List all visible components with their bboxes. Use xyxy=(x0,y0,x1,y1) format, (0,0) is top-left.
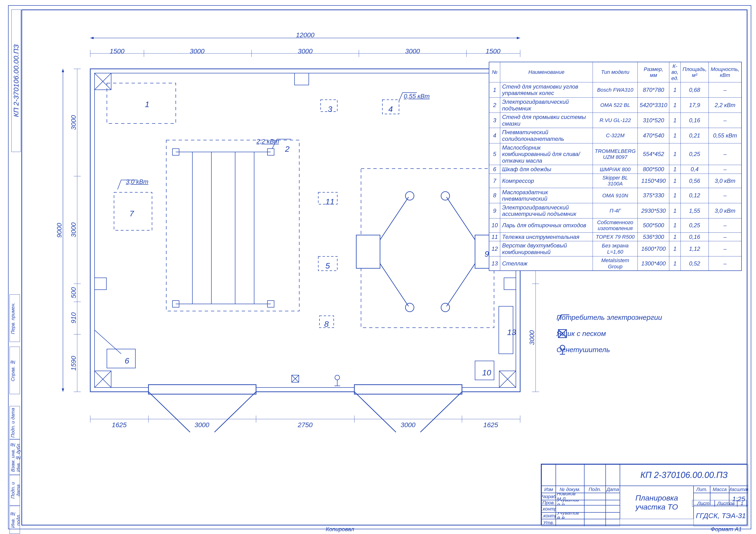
kw-22: 2,2 кВт xyxy=(256,138,279,145)
label-item-2: 2 xyxy=(285,144,289,154)
svg-marker-1 xyxy=(90,37,94,39)
table-row: 4Пневматический солидолонагнетательС-322… xyxy=(489,128,742,143)
dim-bot-1: 1625 xyxy=(112,421,126,429)
svg-line-82 xyxy=(446,264,475,306)
hdr-qty: К-во, ед. xyxy=(669,62,681,82)
footer-kopiroval: Копировал xyxy=(326,526,354,533)
dim-top-total: 12000 xyxy=(296,31,314,39)
svg-line-76 xyxy=(380,197,409,240)
dim-left-5: 1590 xyxy=(70,356,77,371)
svg-rect-47 xyxy=(94,278,106,290)
tb-sheets: 1 xyxy=(737,500,747,507)
table-row: 11Тележка инструментальнаяTOPEX 79 R5005… xyxy=(489,232,742,241)
dim-right-3: 3000 xyxy=(528,330,536,345)
legend: Потребитель электроэнергии Ящик с песком… xyxy=(556,313,727,362)
table-row: 8Маслораздатчик пневматическийОМА 910N37… xyxy=(489,188,742,203)
label-item-6: 6 xyxy=(125,356,129,365)
svg-line-53 xyxy=(354,392,396,432)
plan-drawing: 12000 1500 3000 3000 3000 1500 9000 xyxy=(57,31,523,458)
hdr-area: Площадь, м² xyxy=(681,62,709,82)
tb-drawing-name: Планировка участка ТО xyxy=(620,486,693,519)
table-row: 10Ларь для обтирочных отходовСобственног… xyxy=(489,218,742,232)
kw-30a: 3,0 кВт xyxy=(126,178,148,185)
side-stamp: Перв. примен. Справ. № Подп. и дата Взам… xyxy=(10,10,20,525)
table-row: 1Стенд для установки углов управляемых к… xyxy=(489,82,742,97)
svg-rect-60 xyxy=(235,152,254,304)
dim-left-4: 910 xyxy=(70,312,77,324)
tb-org: ГГДСК, ТЭА-31 xyxy=(693,505,748,526)
footer-format: Формат A1 xyxy=(711,526,742,533)
table-row: 5Маслосборник комбинированный для слива/… xyxy=(489,143,742,165)
tb-sheet-label: Лист xyxy=(692,500,715,507)
tb-doc-code: КП 2-370106.00.00.ПЗ xyxy=(620,465,748,486)
svg-rect-49 xyxy=(148,385,256,394)
dim-left-total: 9000 xyxy=(56,223,63,238)
table-row: 2Электрогидравлический подъемникОМА 522 … xyxy=(489,97,742,113)
side-podp-data-2: Подп. и дата xyxy=(10,406,20,439)
dim-bot-4: 3000 xyxy=(401,421,416,429)
tb-utv: Утв. xyxy=(542,519,556,526)
title-block: Изм № докум. Подп. Дата Разраб. Новиков … xyxy=(541,464,747,525)
svg-line-54 xyxy=(420,392,462,432)
svg-line-56 xyxy=(94,330,121,354)
hdr-model: Тип модели xyxy=(593,62,637,82)
dim-left-3: 500 xyxy=(70,287,77,299)
table-row: 3Стенд для промывки системы смазкиR.VU G… xyxy=(489,113,742,128)
label-item-5: 5 xyxy=(325,261,330,270)
svg-line-78 xyxy=(380,264,409,306)
tb-col-ndok: № докум. xyxy=(556,486,584,493)
hdr-dim: Размер, мм xyxy=(638,62,669,82)
table-row: 12Верстак двухтумбовый комбинированныйБе… xyxy=(489,241,742,256)
label-item-1: 1 xyxy=(145,100,149,109)
dim-top-1: 1500 xyxy=(110,47,124,55)
dim-top-2: 3000 xyxy=(190,47,204,55)
table-row: 9Электрогидравлический ассиметричный под… xyxy=(489,203,742,218)
hdr-n: № xyxy=(489,62,500,82)
dim-bot-2: 3000 xyxy=(195,421,209,429)
svg-rect-50 xyxy=(354,385,462,394)
legend-extinguisher-icon xyxy=(556,344,571,356)
tb-lit-label: Лит. xyxy=(693,486,710,493)
tb-col-data: Дата xyxy=(606,486,620,493)
label-item-4: 4 xyxy=(388,104,393,114)
svg-marker-12 xyxy=(62,388,64,392)
svg-marker-2 xyxy=(517,37,520,39)
svg-point-79 xyxy=(405,303,414,312)
dim-top-3: 3000 xyxy=(298,47,312,55)
drawing-sheet: КП 2-370106.00.00.ПЗ Перв. примен. Справ… xyxy=(0,0,756,534)
legend-power-icon xyxy=(556,311,571,323)
tb-sheets-label: Листов xyxy=(715,500,737,507)
tb-mass-label: Масса xyxy=(710,486,729,493)
svg-point-81 xyxy=(441,192,449,200)
legend-sandbox-icon xyxy=(556,328,571,339)
label-item-13: 13 xyxy=(507,328,516,337)
tb-col-podp: Подп. xyxy=(584,486,606,493)
label-item-9: 9 xyxy=(485,249,489,258)
tb-razrab: Разраб. xyxy=(542,493,556,500)
kw-055: 0,55 кВт xyxy=(404,93,430,100)
svg-line-52 xyxy=(214,392,256,432)
svg-rect-48 xyxy=(504,278,516,290)
tb-prov: Пров. xyxy=(542,500,556,505)
dim-bot-3: 2750 xyxy=(298,421,312,429)
svg-point-91 xyxy=(335,375,340,380)
svg-rect-32 xyxy=(90,69,520,392)
side-sprav: Справ. № xyxy=(10,347,20,394)
dim-left-1: 3000 xyxy=(70,115,77,130)
svg-point-77 xyxy=(405,192,414,200)
tb-tkontr: Т.контр. xyxy=(542,505,556,512)
svg-line-51 xyxy=(148,392,190,432)
svg-point-97 xyxy=(560,345,565,350)
tb-name-l1: Планировка xyxy=(635,494,678,502)
svg-point-83 xyxy=(441,303,449,312)
side-vzam-inv: Взам. инв. № Инв. № дубл. xyxy=(10,439,20,475)
dim-top-4: 3000 xyxy=(405,47,420,55)
dim-left-2: 3000 xyxy=(70,223,77,237)
tb-scale-label: Масштаб xyxy=(729,486,748,493)
tb-nkontr-name: Учуватов В.В. xyxy=(556,512,584,519)
dim-bot-5: 1625 xyxy=(483,421,498,429)
side-perv-primen: Перв. примен. xyxy=(10,294,20,342)
label-item-8: 8 xyxy=(324,319,329,329)
svg-rect-33 xyxy=(94,73,516,387)
label-item-3: 3 xyxy=(328,104,332,114)
